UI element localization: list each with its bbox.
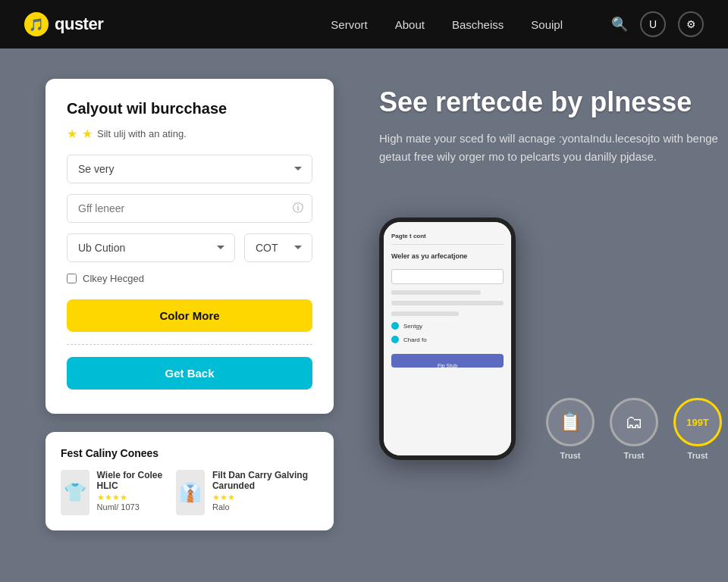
hero-text: See rertecde by plnesse High mate your s…: [379, 86, 722, 184]
color-more-button[interactable]: Color More: [67, 299, 312, 332]
phone-line-2: [391, 301, 504, 305]
star-2: ★: [82, 127, 93, 141]
hero-description: High mate your sced fo will acnage :yont…: [379, 130, 722, 166]
phone-select: [391, 269, 504, 284]
location-select[interactable]: Ub Cution: [67, 233, 235, 262]
right-column: See rertecde by plnesse High mate your s…: [379, 79, 722, 552]
featured-title: Fest Caliny Conees: [61, 447, 318, 459]
trust-icon-3: 199T: [673, 398, 722, 446]
product-name-1: Wiele for Colee HLlC: [97, 470, 165, 491]
star-row: ★ ★ Silt ulij with an ating.: [67, 127, 312, 141]
info-icon: ⓘ: [293, 202, 303, 215]
product-image-2: 👔: [176, 470, 205, 515]
phone-screen: Pagte t cont Weler as yu arfecatjone Sen…: [384, 222, 511, 455]
nav-link-bascheiss[interactable]: Bascheiss: [452, 18, 504, 31]
phone-header: Pagte t cont: [391, 233, 504, 245]
product-price-2: Ralo: [212, 502, 318, 512]
nav-link-about[interactable]: About: [395, 18, 425, 31]
hero-title: See rertecde by plnesse: [379, 86, 722, 117]
phone-trust-area: Pagte t cont Weler as yu arfecatjone Sen…: [379, 202, 722, 460]
input-wrapper: ⓘ: [67, 194, 312, 223]
search-button[interactable]: 🔍: [611, 16, 628, 33]
settings-button[interactable]: ⚙: [678, 11, 704, 37]
form-title: Calyout wil burcchase: [67, 100, 312, 117]
checkbox-row: Clkey Hecged: [67, 273, 312, 284]
checkbox-input[interactable]: [67, 274, 77, 283]
product-info-2: Filt Dan Carry Galving Carunded ★★★ Ralo: [212, 470, 318, 512]
phone-line-1: [391, 290, 481, 295]
cot-select[interactable]: COT: [244, 233, 312, 262]
product-info-1: Wiele for Colee HLlC ★★★★ Numl/ 1073: [97, 470, 165, 512]
phone-mockup: Pagte t cont Weler as yu arfecatjone Sen…: [379, 217, 516, 460]
trust-badge-2: 🗂 Trust: [610, 398, 658, 460]
phone-item-row-2: Chard fo: [391, 336, 504, 343]
form-row-selects: Ub Cution COT: [67, 233, 312, 262]
phone-area: Pagte t cont Weler as yu arfecatjone Sen…: [379, 202, 516, 460]
trust-label-3: Trust: [688, 451, 708, 460]
trust-text-3: 199T: [686, 417, 709, 428]
logo-icon: 🎵: [24, 12, 49, 36]
nav-link-souipl[interactable]: Souipl: [531, 18, 563, 31]
nav-link-servort[interactable]: Servort: [331, 18, 367, 31]
left-column: Calyout wil burcchase ★ ★ Silt ulij with…: [46, 79, 334, 552]
checkbox-label: Clkey Hecged: [83, 273, 144, 284]
trust-label-1: Trust: [560, 451, 581, 460]
product-stars-1: ★★★★: [97, 493, 165, 502]
product-stars-2: ★★★: [212, 493, 318, 502]
phone-dot-2: [391, 336, 399, 343]
product-image-1: 👕: [61, 470, 89, 515]
phone-item-1: Sentgy: [403, 323, 422, 330]
main-content: Calyout wil burcchase ★ ★ Silt ulij with…: [0, 48, 728, 582]
featured-item-2: 👔 Filt Dan Carry Galving Carunded ★★★ Ra…: [176, 470, 318, 515]
trust-icon-2: 🗂: [610, 398, 658, 446]
phone-screen-title: Weler as yu arfecatjone: [391, 252, 504, 260]
featured-item-1: 👕 Wiele for Colee HLlC ★★★★ Numl/ 1073: [61, 470, 164, 515]
product-price-1: Numl/ 1073: [97, 502, 165, 512]
star-1: ★: [67, 127, 77, 141]
phone-line-3: [391, 311, 459, 316]
product-name-2: Filt Dan Carry Galving Carunded: [212, 470, 318, 491]
trust-icon-1: 📋: [546, 398, 595, 446]
phone-item-2: Chard fo: [403, 336, 427, 343]
trust-label-2: Trust: [624, 451, 645, 460]
form-card: Calyout wil burcchase ★ ★ Silt ulij with…: [46, 79, 334, 414]
gift-input[interactable]: [67, 194, 312, 223]
logo-text: quster: [55, 14, 103, 34]
featured-card: Fest Caliny Conees 👕 Wiele for Colee HLl…: [46, 432, 334, 530]
logo[interactable]: 🎵 quster: [24, 12, 103, 36]
navbar-links: Servort About Bascheiss Souipl: [331, 18, 563, 31]
trust-badge-1: 📋 Trust: [546, 398, 595, 460]
navbar: 🎵 quster Servort About Bascheiss Souipl …: [0, 0, 728, 48]
navbar-icons: 🔍 U ⚙: [611, 11, 704, 37]
phone-btn-label: Fip Stub: [391, 363, 504, 368]
phone-item-row-1: Sentgy: [391, 322, 504, 330]
get-back-button[interactable]: Get Back: [67, 357, 312, 390]
star-label: Silt ulij with an ating.: [97, 128, 187, 139]
user-button[interactable]: U: [640, 11, 666, 37]
trust-badges: 📋 Trust 🗂 Trust 199T Trust: [546, 398, 722, 460]
phone-dot-1: [391, 322, 399, 330]
divider: [67, 344, 312, 345]
featured-items: 👕 Wiele for Colee HLlC ★★★★ Numl/ 1073 👔…: [61, 470, 318, 515]
trust-badge-3: 199T Trust: [673, 398, 722, 460]
service-select[interactable]: Se very: [67, 155, 312, 183]
